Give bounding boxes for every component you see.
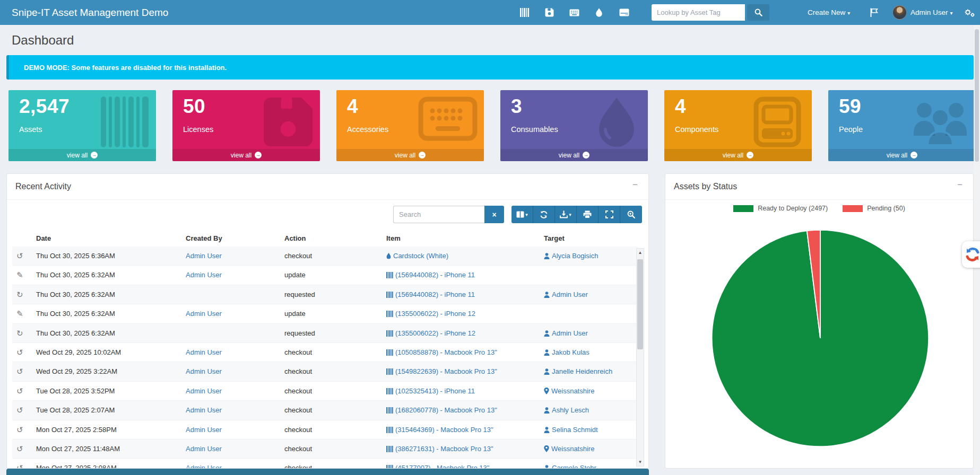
fullscreen-button[interactable] bbox=[599, 206, 620, 223]
row-action: checkout bbox=[284, 401, 380, 419]
row-date: Mon Oct 27, 2025 11:48AM bbox=[36, 439, 177, 458]
columns-button[interactable]: ▾ bbox=[511, 206, 533, 223]
created-by-link[interactable]: Admin User bbox=[186, 382, 279, 400]
item-link[interactable]: (1355006022) - iPhone 12 bbox=[386, 304, 539, 323]
target-link[interactable]: Admin User bbox=[544, 324, 637, 342]
item-link[interactable]: (386271631) - Macbook Pro 13" bbox=[386, 439, 539, 458]
floppy-icon[interactable] bbox=[539, 0, 559, 25]
target-link[interactable]: Alycia Bogisich bbox=[544, 247, 637, 265]
item-link[interactable]: (45177007) - Macbook Pro 13" bbox=[386, 459, 539, 469]
view-all-licenses[interactable]: view all→ bbox=[172, 149, 320, 161]
target-link bbox=[544, 266, 637, 284]
table-row: ↻ Thu Oct 30, 2025 6:32AM requested (135… bbox=[12, 324, 638, 343]
activity-search-input[interactable] bbox=[393, 206, 484, 223]
print-button[interactable] bbox=[577, 206, 599, 223]
legend-ready-to-deploy[interactable]: Ready to Deploy (2497) bbox=[733, 205, 828, 212]
item-link[interactable]: (1355006022) - iPhone 12 bbox=[386, 324, 539, 342]
assets-label: Assets bbox=[19, 125, 42, 134]
stat-card-accessories[interactable]: 4 Accessories view all→ bbox=[336, 90, 484, 161]
table-scrollbar[interactable]: ▲ ▼ bbox=[636, 248, 644, 467]
created-by-link[interactable]: Admin User bbox=[186, 420, 279, 439]
item-link[interactable]: Cardstock (White) bbox=[386, 247, 539, 265]
item-link[interactable]: (1569440082) - iPhone 11 bbox=[386, 285, 539, 304]
activity-table-body: ↺ Thu Oct 30, 2025 6:36AM Admin User che… bbox=[12, 247, 638, 469]
col-date[interactable]: Date bbox=[36, 234, 51, 242]
target-link[interactable]: Weissnatshire bbox=[544, 439, 637, 458]
hdd-icon[interactable] bbox=[614, 0, 634, 25]
create-new-menu[interactable]: Create New▾ bbox=[808, 0, 850, 25]
col-item[interactable]: Item bbox=[386, 234, 401, 242]
created-by-link[interactable]: Admin User bbox=[186, 304, 279, 323]
asset-tag-search-input[interactable] bbox=[652, 4, 745, 21]
accessories-label: Accessories bbox=[347, 125, 388, 134]
col-action[interactable]: Action bbox=[284, 234, 306, 242]
created-by-link[interactable]: Admin User bbox=[186, 459, 279, 469]
item-link[interactable]: (1050858878) - Macbook Pro 13" bbox=[386, 343, 539, 362]
created-by-link[interactable] bbox=[186, 324, 279, 342]
view-all-components[interactable]: view all→ bbox=[664, 149, 812, 161]
item-link[interactable]: (1682060778) - Macbook Pro 13" bbox=[386, 401, 539, 419]
settings-gears-icon[interactable] bbox=[959, 0, 979, 25]
refresh-button[interactable] bbox=[533, 206, 555, 223]
row-date: Tue Oct 28, 2025 3:52PM bbox=[36, 382, 177, 400]
stat-card-assets[interactable]: 2,547 Assets view all→ bbox=[8, 90, 156, 161]
table-row: ↺ Wed Oct 29, 2025 3:22AM Admin User che… bbox=[12, 362, 638, 381]
item-link[interactable]: (1549822639) - Macbook Pro 13" bbox=[386, 362, 539, 381]
created-by-link[interactable]: Admin User bbox=[186, 401, 279, 419]
view-all-accessories[interactable]: view all→ bbox=[336, 149, 484, 161]
item-link[interactable]: (1569440082) - iPhone 11 bbox=[386, 266, 539, 284]
page-scrollbar-thumb[interactable] bbox=[975, 29, 979, 162]
barcode-icon[interactable] bbox=[515, 0, 535, 25]
browser-extension-floating-button[interactable] bbox=[962, 241, 980, 268]
created-by-link[interactable]: Admin User bbox=[186, 362, 279, 381]
user-menu[interactable]: Admin User▾ bbox=[910, 0, 953, 25]
target-link[interactable]: Janelle Heidenreich bbox=[544, 362, 637, 381]
table-row: ↺ Mon Oct 27, 2025 11:48AM Admin User ch… bbox=[12, 439, 638, 459]
arrow-circle-icon: → bbox=[747, 152, 753, 159]
scrollbar-thumb[interactable] bbox=[637, 259, 643, 349]
view-all-assets[interactable]: view all→ bbox=[8, 149, 156, 161]
created-by-link[interactable]: Admin User bbox=[186, 439, 279, 458]
scroll-down-icon[interactable]: ▼ bbox=[637, 458, 644, 466]
location-pin-icon bbox=[544, 388, 549, 394]
item-link[interactable]: (1025325413) - iPhone 11 bbox=[386, 382, 539, 400]
barcode-icon bbox=[386, 272, 393, 278]
search-plus-button[interactable] bbox=[620, 206, 642, 223]
stat-card-components[interactable]: 4 Components view all→ bbox=[664, 90, 812, 161]
clear-search-button[interactable]: × bbox=[484, 206, 504, 223]
stat-card-licenses[interactable]: 50 Licenses view all→ bbox=[172, 90, 320, 161]
created-by-link[interactable]: Admin User bbox=[186, 247, 279, 265]
view-all-people[interactable]: view all→ bbox=[828, 149, 976, 161]
collapse-button[interactable]: − bbox=[954, 179, 966, 191]
col-target[interactable]: Target bbox=[544, 234, 565, 242]
target-link[interactable]: Selina Schmidt bbox=[544, 420, 637, 439]
stat-card-consumables[interactable]: 3 Consumables view all→ bbox=[500, 90, 648, 161]
created-by-link[interactable]: Admin User bbox=[186, 266, 279, 284]
target-link[interactable]: Jakob Kulas bbox=[544, 343, 637, 362]
scroll-up-icon[interactable]: ▲ bbox=[637, 249, 644, 257]
droplet-icon[interactable] bbox=[589, 0, 609, 25]
item-link[interactable]: (315464369) - Macbook Pro 13" bbox=[386, 420, 539, 439]
target-link[interactable]: Carmelo Stehr bbox=[544, 459, 637, 469]
created-by-link[interactable]: Admin User bbox=[186, 343, 279, 362]
export-button[interactable]: ▾ bbox=[555, 206, 577, 223]
target-link[interactable]: Ashly Lesch bbox=[544, 401, 637, 419]
collapse-button[interactable]: − bbox=[629, 179, 641, 191]
asset-tag-search-button[interactable] bbox=[747, 4, 769, 21]
consumables-label: Consumables bbox=[511, 125, 558, 134]
target-link[interactable]: Weissnatshire bbox=[544, 382, 637, 400]
legend-pending[interactable]: Pending (50) bbox=[843, 205, 905, 212]
stat-card-people[interactable]: 59 People view all→ bbox=[828, 90, 976, 161]
col-created-by[interactable]: Created By bbox=[186, 234, 222, 242]
keyboard-icon bbox=[418, 96, 478, 143]
created-by-link[interactable] bbox=[186, 285, 279, 304]
view-all-consumables[interactable]: view all→ bbox=[500, 149, 648, 161]
legend-swatch-red bbox=[843, 205, 863, 212]
target-link[interactable]: Admin User bbox=[544, 285, 637, 304]
flag-icon[interactable] bbox=[864, 0, 884, 25]
user-avatar[interactable] bbox=[892, 5, 907, 20]
row-action: update bbox=[284, 304, 380, 323]
app-title[interactable]: Snipe-IT Asset Management Demo bbox=[12, 0, 168, 25]
row-action: requested bbox=[284, 285, 380, 304]
keyboard-icon[interactable] bbox=[564, 0, 584, 25]
